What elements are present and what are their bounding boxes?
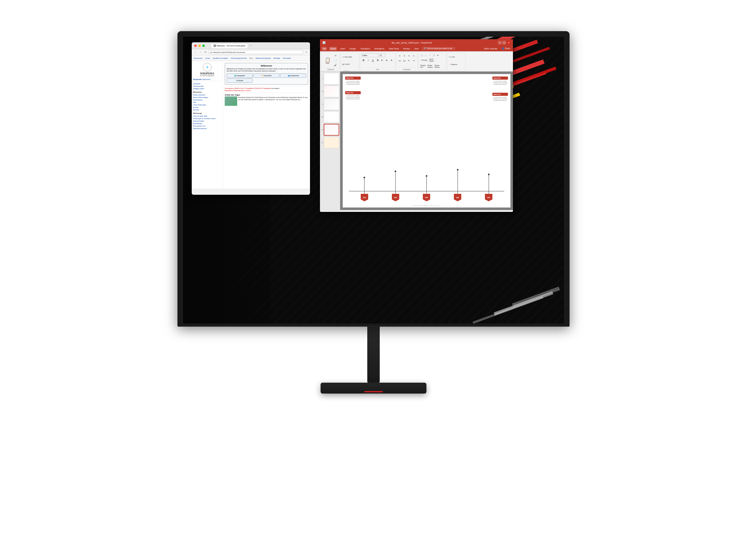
font-size-increase[interactable]: A↑ [380,58,384,62]
wiki-portal-technik[interactable]: ⚙ Technik [227,78,253,83]
wiki-menu-quelltext[interactable]: Quelltext anzeigen [212,57,228,59]
quick-styles-button[interactable]: Quick Styles [429,58,438,62]
arrange-button[interactable]: Arrange [420,58,429,62]
font-size-selector[interactable]: 11 [379,54,385,57]
wiki-nav-kontakt[interactable]: Kontakt [193,106,221,109]
numbering-button[interactable]: 1≡ [402,58,407,63]
shape-rect[interactable]: □ [420,54,423,57]
reload-button[interactable]: ↻ [204,50,207,54]
justify-button[interactable]: ≡ [411,54,416,58]
align-right-button[interactable]: ≡ [407,54,411,58]
slide-thumb-11[interactable] [324,124,339,136]
slide-thumb-12[interactable] [324,137,339,149]
underline-button[interactable]: U [371,58,375,62]
wiki-menu-diskussion[interactable]: Diskussion [194,57,203,59]
browser-tab-wikipedia[interactable]: Wikipedia – Die freie Enzyklopädie [211,43,248,48]
ppt-menu-animations[interactable]: Animations [374,47,385,50]
font-color-button[interactable]: A [389,58,394,62]
shape-effects-button[interactable]: Shape Effects [434,63,441,70]
font-size-decrease[interactable]: A↓ [385,58,389,62]
wiki-nav-aenderungen-verlinkt[interactable]: Änderungen an verlinkten Seiten [193,117,221,120]
wiki-nav-zufaellig[interactable]: Zufälliger Artikel [193,87,221,90]
wiki-menu-versionsgeschichte[interactable]: Versionsgeschichte [231,57,247,59]
wiki-nav-verbessern[interactable]: Artikel verbessern [193,94,221,96]
wiki-nav-spenden[interactable]: Spenden [193,109,221,111]
wiki-nav-permanenter-link[interactable]: Permanenter Link [193,125,221,127]
wiki-portal-gesellschaft[interactable]: 👥 Gesellschaft [280,74,306,78]
copy-button[interactable]: 📄 [333,58,338,63]
close-icon[interactable] [194,45,197,47]
ppt-close-button[interactable]: ✕ [507,41,511,45]
slide-thumb-8[interactable] [324,85,339,97]
wiki-nav-themenportale[interactable]: Themenportale [193,85,221,87]
align-center-button[interactable]: ≡ [402,54,407,58]
font-family-selector[interactable]: Calibri [361,54,379,57]
wiki-menu-beobachtungsliste[interactable]: Beobachtungsliste [256,57,271,59]
slide-thumb-9[interactable] [324,98,339,110]
select-button[interactable]: ⊹ Select [448,69,464,72]
paste-button[interactable]: 📋 Paste [323,54,332,67]
ppt-menu-slideshow[interactable]: Slide Show [388,47,400,50]
wiki-nav-datei-hochladen[interactable]: Datei hochladen [193,120,221,122]
forward-button[interactable]: › [199,50,202,54]
wiki-nav-hauptseite[interactable]: Hauptseite [193,82,221,85]
ppt-office-tutorials[interactable]: Office Tutorials [483,47,498,50]
shape-oval[interactable]: ○ [424,54,428,57]
ppt-menu-transitions[interactable]: Transitions [359,47,371,50]
ppt-minimize-button[interactable]: ─ [498,41,502,45]
wiki-nav-autorenportal[interactable]: Autorenportal [193,99,221,101]
align-left-button[interactable]: ≡ [397,54,402,58]
bold-button[interactable]: B [361,58,366,62]
shape-more[interactable]: ▾ [436,54,440,57]
wiki-portal-geographie[interactable]: 🌍 Geographie [227,74,253,78]
replace-button[interactable]: ↔ Replace [448,61,464,68]
browser-window[interactable]: Wikipedia – Die freie Enzyklopädie + ‹ ›… [192,42,310,195]
wiki-nav-spezialseiten[interactable]: Spezialseiten [193,122,221,125]
maximize-icon[interactable] [202,45,205,47]
indent-decrease[interactable]: ⇤ [407,58,411,63]
ppt-share-button[interactable]: 👤 Share [501,47,511,50]
indent-increase[interactable]: ⇥ [411,58,416,63]
wiki-news-covid[interactable]: Coronavirus SARS-CoV-2 • Krankheit COVID… [225,87,271,89]
shape-line[interactable]: ╱ [432,54,436,57]
ppt-tell-me-input[interactable]: 🔍 Tell me what you want to do... [422,47,456,50]
cut-button[interactable]: ✂ [333,54,338,58]
wiki-news-distanzierung[interactable]: Räumliche Distanzierung • Forsch... [225,89,252,91]
back-button[interactable]: ‹ [194,50,197,54]
strikethrough-button[interactable]: S̶ [376,58,380,62]
wiki-menu-beitraege[interactable]: Beiträge [273,57,280,59]
powerpoint-window[interactable]: 📊 flat_sale_funnel_19400.potx - PowerPoi… [320,39,513,212]
ppt-menu-view[interactable]: View [413,47,419,50]
wiki-menu-lesen[interactable]: Lesen [205,57,210,59]
wiki-portal-geschichte[interactable]: 📜 Geschichte [253,74,280,78]
ppt-menu-review[interactable]: Review [403,47,411,50]
settings-icon[interactable]: ≡ [304,50,308,54]
wiki-nav-aenderungen[interactable]: Letzte Änderungen [193,104,221,106]
reset-button[interactable]: ↺Reset [342,68,358,72]
italic-button[interactable]: I [366,58,370,62]
slide-thumb-7[interactable] [324,73,339,85]
wiki-tab-diskussion[interactable]: Diskussion [202,78,211,80]
bullets-button[interactable]: •≡ [397,58,402,63]
format-painter-button[interactable]: 🖌 [333,63,338,68]
shape-outline-button[interactable]: Shape Outline [427,63,434,70]
ppt-menu-file[interactable]: File [322,47,327,50]
wiki-nav-neuer-artikel[interactable]: Neuen Artikel anlegen [193,96,221,99]
minimize-icon[interactable] [198,45,201,47]
wiki-tab-hauptseite[interactable]: Hauptseite [193,78,202,80]
find-button[interactable]: 🔍 Find [448,54,464,60]
wiki-nav-hilfe[interactable]: Hilfe [193,101,221,104]
ppt-restore-button[interactable]: □ [503,41,506,45]
wiki-nav-links[interactable]: Links auf diese Seite [193,115,221,117]
ppt-menu-home[interactable]: Home [329,47,336,50]
new-slide-button[interactable]: +New Slide [342,54,358,60]
shape-fill-button[interactable]: Shape Fill " [420,63,427,70]
address-bar[interactable]: de.wikipedia.org/wiki/Wikipedia:Hauptsei… [209,50,303,54]
layout-button[interactable]: ⊞Layout [342,61,358,68]
slide-thumb-10[interactable] [324,111,339,123]
ppt-menu-insert[interactable]: Insert [339,47,346,50]
wiki-nav-seiteninformationen[interactable]: Seiteninformationen [193,127,221,130]
ppt-menu-design[interactable]: Design [349,47,357,50]
wiki-menu-abmelden[interactable]: Abmelden [283,57,291,59]
shape-arrow[interactable]: → [428,54,432,57]
